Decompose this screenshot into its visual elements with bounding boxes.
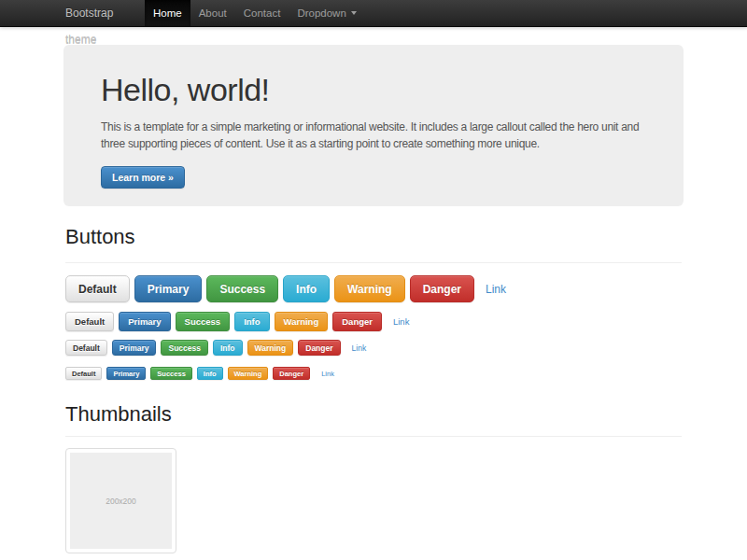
nav-item-label: Dropdown bbox=[297, 7, 345, 19]
nav-item-home[interactable]: Home bbox=[145, 0, 190, 26]
thumbnails-section-title: Thumbnails bbox=[65, 402, 682, 437]
navbar: Bootstrap theme HomeAboutContactDropdown bbox=[0, 0, 747, 27]
nav-item-label: Contact bbox=[244, 7, 281, 19]
button-primary-extra-small[interactable]: Primary bbox=[106, 367, 146, 380]
button-warning-small[interactable]: Warning bbox=[247, 340, 294, 356]
placeholder-image: 200x200 bbox=[70, 453, 172, 549]
thumbnail[interactable]: 200x200 bbox=[65, 448, 176, 553]
buttons-section-title: Buttons bbox=[65, 225, 682, 263]
button-danger-small[interactable]: Danger bbox=[298, 340, 340, 356]
nav-item-dropdown[interactable]: Dropdown bbox=[289, 0, 364, 26]
button-danger-large[interactable]: Danger bbox=[410, 275, 474, 302]
button-default-large[interactable]: Default bbox=[65, 275, 130, 302]
button-danger-default-size[interactable]: Danger bbox=[332, 312, 382, 331]
button-success-extra-small[interactable]: Success bbox=[150, 367, 191, 380]
button-default-default-size[interactable]: Default bbox=[65, 312, 114, 331]
button-info-small[interactable]: Info bbox=[213, 340, 243, 356]
button-row-extra-small: DefaultPrimarySuccessInfoWarningDangerLi… bbox=[65, 367, 682, 380]
caret-down-icon bbox=[351, 11, 357, 15]
button-info-default-size[interactable]: Info bbox=[234, 312, 269, 331]
button-warning-extra-small[interactable]: Warning bbox=[228, 367, 269, 380]
button-success-small[interactable]: Success bbox=[161, 340, 208, 356]
button-link-small[interactable]: Link bbox=[352, 343, 367, 353]
hero-unit: Hello, world! This is a template for a s… bbox=[63, 45, 684, 206]
button-info-extra-small[interactable]: Info bbox=[197, 367, 223, 380]
button-primary-small[interactable]: Primary bbox=[112, 340, 157, 356]
button-default-small[interactable]: Default bbox=[65, 340, 107, 356]
nav-item-contact[interactable]: Contact bbox=[235, 0, 289, 26]
button-danger-extra-small[interactable]: Danger bbox=[273, 367, 310, 380]
placeholder-label: 200x200 bbox=[106, 497, 136, 506]
button-info-large[interactable]: Info bbox=[283, 275, 330, 302]
learn-more-button[interactable]: Learn more » bbox=[101, 166, 185, 189]
button-row-large: DefaultPrimarySuccessInfoWarningDangerLi… bbox=[65, 275, 682, 302]
button-link-default-size[interactable]: Link bbox=[393, 316, 409, 327]
hero-text: This is a template for a simple marketin… bbox=[101, 119, 646, 152]
button-warning-large[interactable]: Warning bbox=[334, 275, 405, 302]
button-link-extra-small[interactable]: Link bbox=[321, 370, 334, 378]
nav-item-label: Home bbox=[153, 7, 182, 19]
button-success-default-size[interactable]: Success bbox=[176, 312, 231, 331]
button-default-extra-small[interactable]: Default bbox=[65, 367, 102, 380]
nav-item-label: About bbox=[199, 7, 227, 19]
nav-item-about[interactable]: About bbox=[190, 0, 235, 26]
button-primary-large[interactable]: Primary bbox=[134, 275, 203, 302]
button-row-small: DefaultPrimarySuccessInfoWarningDangerLi… bbox=[65, 340, 682, 356]
button-warning-default-size[interactable]: Warning bbox=[275, 312, 329, 331]
button-success-large[interactable]: Success bbox=[206, 275, 278, 302]
hero-title: Hello, world! bbox=[101, 72, 646, 108]
button-primary-default-size[interactable]: Primary bbox=[119, 312, 170, 331]
navbar-nav: HomeAboutContactDropdown bbox=[145, 0, 365, 26]
navbar-brand[interactable]: Bootstrap theme bbox=[65, 0, 145, 26]
main-content: Buttons DefaultPrimarySuccessInfoWarning… bbox=[0, 225, 747, 553]
button-row-default-size: DefaultPrimarySuccessInfoWarningDangerLi… bbox=[65, 312, 682, 331]
button-link-large[interactable]: Link bbox=[486, 283, 506, 296]
button-rows: DefaultPrimarySuccessInfoWarningDangerLi… bbox=[65, 275, 682, 380]
